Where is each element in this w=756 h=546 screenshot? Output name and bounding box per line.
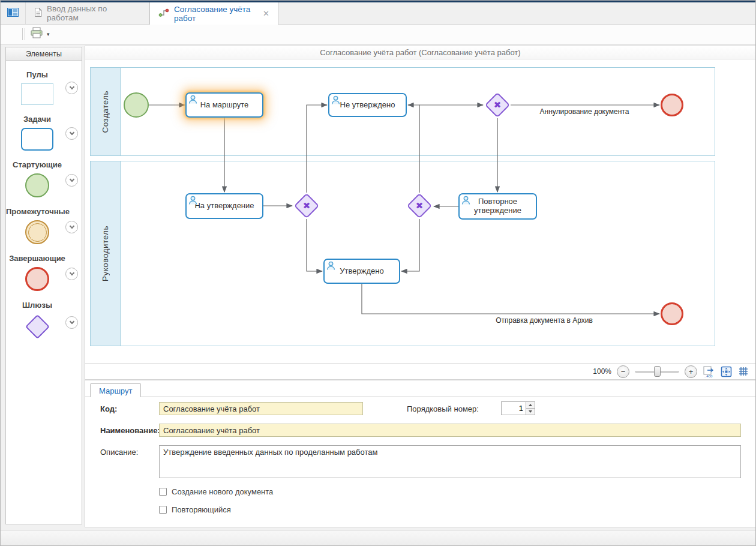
tasks-dropdown-button[interactable] xyxy=(65,127,78,140)
description-label: Описание: xyxy=(100,448,138,457)
palette-item-start-events: Стартующие xyxy=(6,151,82,197)
triangle-up-icon xyxy=(529,404,532,406)
close-icon[interactable]: ✕ xyxy=(263,10,269,17)
palette-item-pools: Пулы xyxy=(6,61,82,105)
task-node-approved[interactable]: Утверждено xyxy=(323,259,400,284)
intermediate-event-shape[interactable] xyxy=(25,220,49,244)
task-label: Утверждено xyxy=(340,267,383,276)
exclusive-gateway-x-icon: ✖ xyxy=(494,100,502,110)
recurring-checkbox[interactable] xyxy=(159,506,167,514)
diagram-title: Согласование учёта работ (Согласование у… xyxy=(85,46,755,59)
palette-item-label: Промежуточные xyxy=(6,207,68,216)
intermediate-events-dropdown-button[interactable] xyxy=(65,221,78,233)
gateway-node-right[interactable]: ✖ xyxy=(406,193,433,219)
code-input[interactable] xyxy=(159,402,363,415)
palette-item-label: Пулы xyxy=(6,70,68,79)
exclusive-gateway-x-icon: ✖ xyxy=(416,200,424,211)
triangle-down-icon xyxy=(529,410,532,413)
window-list-button[interactable] xyxy=(1,2,26,24)
user-icon xyxy=(331,95,340,107)
end-event-node-annul[interactable] xyxy=(661,94,683,116)
lane-label-band: Создатель xyxy=(91,68,121,155)
description-input[interactable]: Утверждение введенных данных по проделан… xyxy=(159,445,741,478)
application-window: Ввод данных по работам Согласование учёт… xyxy=(0,0,756,546)
task-node-for-approval[interactable]: На утверждение xyxy=(185,193,263,219)
fit-to-window-button[interactable] xyxy=(720,366,732,377)
tab-route[interactable]: Маршрут xyxy=(90,383,141,397)
user-icon xyxy=(326,261,335,272)
task-shape[interactable] xyxy=(21,128,53,151)
chevron-down-icon xyxy=(69,130,74,135)
task-label: Не утверждено xyxy=(340,101,395,110)
new-document-checkbox[interactable] xyxy=(159,488,167,496)
document-tab-bar: Ввод данных по работам Согласование учёт… xyxy=(1,2,755,25)
palette-item-end-events: Завершающие xyxy=(6,244,82,291)
zoom-out-button[interactable]: − xyxy=(617,365,629,378)
task-label: На утверждение xyxy=(194,202,254,211)
gateways-dropdown-button[interactable] xyxy=(65,316,78,329)
name-input[interactable] xyxy=(159,424,741,437)
palette-item-intermediate-events: Промежуточные xyxy=(6,197,82,244)
gateway-node-top[interactable]: ✖ xyxy=(484,92,511,118)
svg-text:..400: ..400 xyxy=(704,374,713,377)
task-node-on-route[interactable]: На маршруте xyxy=(185,92,263,118)
grid-toggle-button[interactable] xyxy=(737,366,749,377)
chevron-down-icon xyxy=(69,85,74,89)
printer-icon xyxy=(30,27,43,41)
properties-panel: Маршрут Код: Порядковый номер: Наименова… xyxy=(85,380,756,527)
tab-label: Согласование учёта работ xyxy=(174,5,252,23)
order-number-stepper xyxy=(501,401,535,415)
name-label: Наименование: xyxy=(100,426,160,435)
diagram-canvas[interactable]: Согласование учёта работ (Согласование у… xyxy=(85,46,756,380)
task-label: Повторное утверждение xyxy=(464,197,531,215)
palette-item-label: Стартующие xyxy=(6,160,68,169)
user-icon xyxy=(188,95,197,106)
checkbox-label: Создание нового документа xyxy=(172,487,273,496)
end-events-dropdown-button[interactable] xyxy=(65,268,78,280)
zoom-level-value: 100% xyxy=(593,367,611,376)
tab-route-approval[interactable]: Согласование учёта работ ✕ xyxy=(149,2,278,25)
window-grid-icon xyxy=(7,8,19,19)
pool-shape[interactable] xyxy=(21,83,53,105)
user-icon xyxy=(461,196,470,207)
elements-palette: Элементы Пулы Задачи Стартующие Промежут… xyxy=(5,47,82,524)
end-event-shape[interactable] xyxy=(25,267,49,291)
print-dropdown-caret-icon[interactable]: ▾ xyxy=(47,31,50,37)
zoom-100-button[interactable]: ..400 xyxy=(703,366,715,377)
lane-manager[interactable]: Руководитель xyxy=(90,161,715,346)
order-number-input[interactable] xyxy=(501,401,526,415)
tab-data-entry[interactable]: Ввод данных по работам xyxy=(26,2,149,24)
chevron-down-icon xyxy=(69,271,74,275)
workflow-icon xyxy=(158,8,169,19)
status-bar xyxy=(1,530,755,545)
palette-item-tasks: Задачи xyxy=(6,105,82,151)
exclusive-gateway-x-icon: ✖ xyxy=(303,200,311,211)
zoom-slider-handle[interactable] xyxy=(654,366,661,377)
zoom-slider[interactable] xyxy=(635,366,679,377)
pools-dropdown-button[interactable] xyxy=(65,82,78,94)
task-label: На маршруте xyxy=(200,101,249,110)
start-events-dropdown-button[interactable] xyxy=(65,174,78,187)
lane-label: Создатель xyxy=(101,91,110,133)
start-event-shape[interactable] xyxy=(25,173,49,197)
zoom-100-icon: ..400 xyxy=(703,366,715,377)
zoom-toolbar: 100% − + ..400 xyxy=(85,363,755,379)
chevron-down-icon xyxy=(69,319,74,324)
palette-item-label: Шлюзы xyxy=(6,301,68,310)
print-button[interactable] xyxy=(30,27,43,41)
gateway-node-left[interactable]: ✖ xyxy=(293,193,320,219)
gateway-shape[interactable] xyxy=(25,314,49,339)
task-node-not-approved[interactable]: Не утверждено xyxy=(328,93,407,117)
tabstrip-baseline xyxy=(85,397,755,397)
stepper-up-button[interactable] xyxy=(526,402,535,408)
start-event-node[interactable] xyxy=(124,92,149,118)
checkbox-label: Повторяющийся xyxy=(172,505,231,514)
zoom-in-button[interactable]: + xyxy=(685,365,697,378)
toolbar-separator xyxy=(22,28,25,40)
chevron-down-icon xyxy=(69,224,74,229)
task-node-repeat-approval[interactable]: Повторное утверждение xyxy=(458,193,537,220)
lane-label: Руководитель xyxy=(101,226,110,281)
stepper-down-button[interactable] xyxy=(526,408,535,415)
end-event-node-archive[interactable] xyxy=(661,302,683,325)
grid-icon xyxy=(738,366,749,377)
